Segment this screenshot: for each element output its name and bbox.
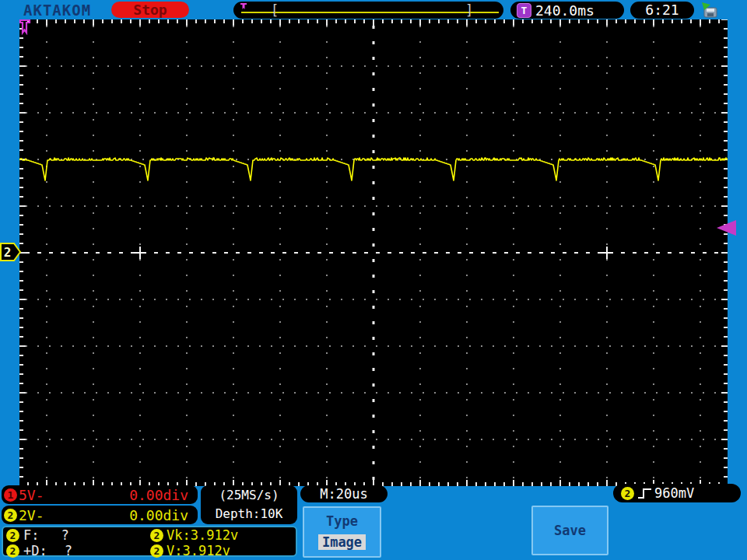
measure-label: V: [167, 543, 182, 558]
measure-label: F: [23, 527, 39, 543]
top-bar: AKTAKOM Stop [ ] T 240.0ms 6:21 [0, 0, 747, 19]
brand-logo: AKTAKOM [23, 2, 91, 19]
measure-value: ? [61, 527, 68, 543]
trigger-hpos-flag-icon [19, 19, 33, 35]
trigger-level-readout: 2 960mV [613, 484, 741, 502]
measurement-duty: 2 +D: ? [6, 543, 150, 558]
ch2-badge: 2 [6, 544, 19, 558]
trigger-position-marker-icon [240, 2, 247, 10]
measurement-vk: 2 Vk: 3.912v [150, 527, 296, 543]
usb-save-icon [699, 2, 721, 19]
ch1-scale: 5V- [19, 487, 44, 503]
measure-label: Vk: [167, 527, 191, 543]
sample-rate: (25MS/s) [201, 485, 297, 505]
measurement-freq: 2 F: ? [6, 527, 150, 543]
measurement-box: 2 F: ? 2 Vk: 3.912v 2 +D: ? 2 V: 3.912v [2, 526, 297, 557]
ch2-badge: 2 [150, 529, 163, 542]
type-label: Type [304, 513, 380, 529]
record-window-line [241, 12, 499, 13]
ch2-badge: 2 [6, 529, 19, 542]
softkey-type-button[interactable]: Type Image [303, 506, 381, 558]
window-right-bracket: ] [465, 2, 473, 18]
save-label: Save [533, 523, 607, 538]
ch1-offset: 0.00div [129, 487, 188, 503]
run-state-badge: Stop [111, 2, 189, 18]
oscilloscope-screen: AKTAKOM Stop [ ] T 240.0ms 6:21 [0, 0, 747, 560]
trigger-time-readout: T 240.0ms [510, 2, 624, 19]
trigger-position-bar[interactable]: [ ] [233, 2, 503, 19]
graticule-and-trace [19, 19, 728, 486]
trigger-time-value: 240.0ms [535, 2, 594, 19]
measure-label: +D: [23, 543, 47, 558]
clock-readout: 6:21 [630, 2, 694, 19]
trigger-t-icon: T [517, 3, 531, 18]
ch1-badge: 1 [4, 488, 17, 502]
scope-display [19, 19, 728, 486]
softkey-save-button[interactable]: Save [531, 506, 608, 555]
ch2-badge: 2 [150, 544, 163, 558]
window-left-bracket: [ [271, 2, 279, 18]
ch2-offset: 0.00div [129, 507, 188, 523]
type-value-selected[interactable]: Image [318, 534, 366, 550]
trigger-level-arrow[interactable] [717, 220, 736, 236]
measure-value: ? [65, 543, 72, 558]
acquisition-box: (25MS/s) Depth:10K [201, 485, 297, 524]
trigger-level-value: 960mV [654, 485, 694, 501]
measure-value: 3.912v [191, 527, 238, 543]
ch1-scale-box: 1 5V- 0.00div [2, 485, 198, 504]
ch2-scale-box: 2 2V- 0.00div [2, 506, 198, 524]
measure-value: 3.912v [182, 543, 230, 558]
rising-edge-icon [637, 487, 653, 500]
ch2-badge: 2 [4, 509, 17, 522]
timebase-readout: M:20us [300, 485, 388, 502]
trigger-source-badge: 2 [621, 487, 634, 500]
memory-depth: Depth:10K [201, 505, 297, 523]
ch2-scale: 2V- [19, 507, 44, 523]
ch2-zero-marker[interactable]: 2 [0, 241, 22, 263]
measurement-v: 2 V: 3.912v [150, 543, 296, 558]
ch2-zero-label: 2 [4, 245, 12, 260]
